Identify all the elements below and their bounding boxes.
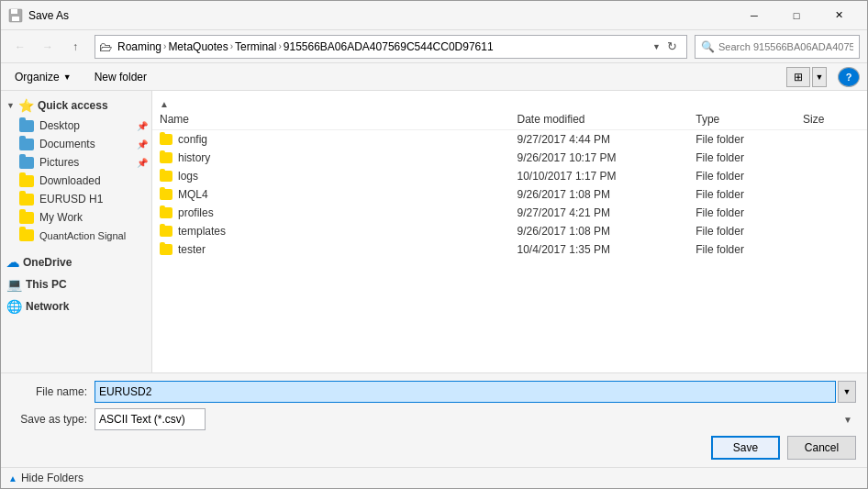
onedrive-label: OneDrive (23, 256, 72, 269)
save-icon (8, 8, 23, 23)
organize-button[interactable]: Organize ▼ (8, 68, 78, 86)
crumb-4: 915566BA06ADA407569C544CC0D97611 (284, 40, 494, 53)
documents-folder-icon (19, 139, 34, 150)
new-folder-label: New folder (95, 71, 147, 83)
filename-dropdown-button[interactable]: ▼ (838, 381, 856, 403)
sidebar-item-onedrive[interactable]: ☁ OneDrive (1, 251, 151, 273)
documents-label: Documents (39, 138, 95, 150)
file-date-cell: 10/10/2017 1:17 PM (510, 167, 689, 185)
sort-bar: ▲ (152, 91, 867, 109)
chevron-up-icon: ▲ (8, 473, 17, 483)
pin-icon: 📌 (137, 121, 148, 131)
organize-label: Organize (15, 71, 60, 83)
network-label: Network (26, 300, 69, 313)
quick-access-label: Quick access (38, 99, 108, 112)
folder-icon (160, 152, 172, 163)
file-type-cell: File folder (688, 167, 796, 185)
table-row[interactable]: logs 10/10/2017 1:17 PM File folder (152, 167, 867, 185)
sidebar-item-eurusd[interactable]: EURUSD H1 (1, 190, 151, 208)
pin-icon-docs: 📌 (137, 139, 148, 150)
forward-button[interactable]: → (36, 35, 60, 59)
select-arrow-icon: ▼ (843, 415, 852, 425)
refresh-button[interactable]: ↻ (661, 36, 683, 58)
mywork-folder-icon (19, 212, 34, 224)
crumb-1: Roaming › (117, 40, 166, 53)
file-type-cell: File folder (688, 149, 796, 167)
search-input[interactable] (718, 41, 853, 52)
pin-icon-pics: 📌 (137, 158, 148, 168)
sidebar-item-mywork[interactable]: My Work (1, 208, 151, 227)
view-controls: ⊞ ▼ (786, 67, 827, 87)
table-row[interactable]: history 9/26/2017 10:17 PM File folder (152, 149, 867, 167)
quantaction-folder-icon (19, 229, 34, 241)
col-name[interactable]: Name (152, 109, 510, 130)
file-type-cell: File folder (688, 240, 796, 259)
file-type-cell: File folder (688, 222, 796, 240)
sidebar-item-network[interactable]: 🌐 Network (1, 295, 151, 317)
quantaction-label: QuantAction Signal (39, 230, 126, 241)
savetype-select[interactable]: ASCII Text (*.csv) (95, 408, 206, 430)
downloaded-folder-icon (19, 175, 34, 187)
breadcrumb-icon: 🗁 (99, 39, 112, 54)
address-bar[interactable]: 🗁 Roaming › MetaQuotes › Terminal › 9155… (95, 35, 687, 59)
table-row[interactable]: templates 9/26/2017 1:08 PM File folder (152, 222, 867, 240)
table-row[interactable]: tester 10/4/2017 1:35 PM File folder (152, 240, 867, 259)
filename-input[interactable] (95, 381, 836, 403)
maximize-button[interactable]: □ (775, 1, 818, 30)
file-type-cell: File folder (688, 130, 796, 150)
file-size-cell (796, 240, 867, 259)
file-date-cell: 9/26/2017 1:08 PM (510, 185, 689, 204)
crumb-2: MetaQuotes › (168, 40, 233, 53)
col-type[interactable]: Type (688, 109, 796, 130)
svg-rect-1 (11, 9, 17, 14)
file-size-cell (796, 185, 867, 204)
sidebar-section-quick-access[interactable]: ▼ ⭐ Quick access (1, 94, 151, 117)
footer: File name: ▼ Save as type: ASCII Text (*… (1, 372, 867, 467)
file-name-cell: templates (152, 222, 510, 240)
file-type-cell: File folder (688, 204, 796, 222)
search-icon: 🔍 (701, 40, 715, 53)
footer-buttons: Save Cancel (12, 436, 856, 460)
file-date-cell: 9/26/2017 1:08 PM (510, 222, 689, 240)
file-name-cell: MQL4 (152, 185, 510, 204)
title-bar: Save As ─ □ ✕ (1, 1, 867, 30)
new-folder-button[interactable]: New folder (89, 69, 152, 85)
sidebar-item-quantaction[interactable]: QuantAction Signal (1, 227, 151, 244)
table-row[interactable]: profiles 9/27/2017 4:21 PM File folder (152, 204, 867, 222)
sidebar: ▼ ⭐ Quick access Desktop 📌 Documents 📌 P… (1, 91, 152, 372)
view-dropdown-button[interactable]: ▼ (812, 67, 827, 87)
up-button[interactable]: ↑ (63, 35, 87, 59)
table-row[interactable]: config 9/27/2017 4:44 PM File folder (152, 130, 867, 150)
folder-icon (160, 189, 172, 200)
filename-label: File name: (12, 385, 95, 398)
sidebar-item-thispc[interactable]: 💻 This PC (1, 273, 151, 295)
sidebar-item-pictures[interactable]: Pictures 📌 (1, 153, 151, 172)
file-size-cell (796, 167, 867, 185)
folder-icon (160, 207, 172, 218)
back-button[interactable]: ← (8, 35, 32, 59)
save-button[interactable]: Save (711, 436, 780, 460)
sidebar-item-downloaded[interactable]: Downloaded (1, 172, 151, 190)
cancel-button[interactable]: Cancel (787, 436, 856, 460)
desktop-folder-icon (19, 120, 34, 132)
sidebar-item-documents[interactable]: Documents 📌 (1, 135, 151, 153)
folder-icon (160, 171, 172, 182)
svg-rect-2 (12, 17, 19, 21)
help-button[interactable]: ? (838, 67, 860, 87)
savetype-row: Save as type: ASCII Text (*.csv) ▼ (12, 408, 856, 430)
hide-folders-button[interactable]: ▲ Hide Folders (1, 467, 867, 488)
file-size-cell (796, 204, 867, 222)
organize-dropdown-icon: ▼ (63, 72, 72, 82)
minimize-button[interactable]: ─ (733, 1, 775, 30)
search-box[interactable]: 🔍 (695, 35, 860, 59)
sidebar-item-desktop[interactable]: Desktop 📌 (1, 117, 151, 135)
view-toggle-button[interactable]: ⊞ (786, 67, 810, 87)
col-date[interactable]: Date modified (510, 109, 689, 130)
col-size[interactable]: Size (796, 109, 867, 130)
chevron-down-icon: ▼ (6, 101, 15, 110)
dropdown-arrow-icon: ▼ (652, 42, 661, 51)
file-size-cell (796, 130, 867, 150)
file-size-cell (796, 222, 867, 240)
close-button[interactable]: ✕ (818, 1, 860, 30)
table-row[interactable]: MQL4 9/26/2017 1:08 PM File folder (152, 185, 867, 204)
